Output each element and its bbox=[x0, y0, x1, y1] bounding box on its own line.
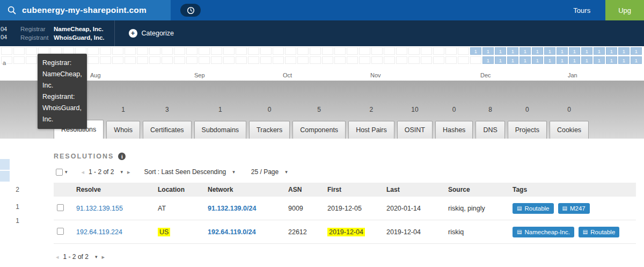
heatmap-cell[interactable] bbox=[13, 56, 25, 64]
footer-prev-icon[interactable]: ◂ bbox=[56, 254, 59, 261]
tab-certificates[interactable]: Certificates bbox=[143, 121, 192, 139]
heatmap-cell[interactable] bbox=[408, 47, 420, 55]
heatmap-cell[interactable] bbox=[458, 47, 469, 55]
footer-pagination-caret-icon[interactable]: ▾ bbox=[95, 254, 98, 259]
heatmap-cell[interactable]: 1 bbox=[581, 56, 592, 64]
tag-button-routable[interactable]: ▤Routable bbox=[513, 203, 554, 214]
heatmap-cell[interactable] bbox=[87, 56, 99, 64]
heatmap-cell[interactable]: 1 bbox=[495, 56, 506, 64]
row-checkbox[interactable] bbox=[57, 228, 64, 235]
heatmap-cell[interactable] bbox=[285, 56, 296, 64]
heatmap-cell[interactable] bbox=[359, 47, 370, 55]
registrar-value[interactable]: NameCheap, Inc. bbox=[54, 25, 104, 33]
registrant-value[interactable]: WhoisGuard, Inc. bbox=[54, 33, 105, 42]
heatmap-cell[interactable]: 1 bbox=[594, 56, 605, 64]
footer-next-icon[interactable]: ▸ bbox=[101, 254, 105, 261]
heatmap-cell[interactable] bbox=[347, 47, 358, 55]
heatmap-cell[interactable] bbox=[433, 56, 444, 64]
heatmap-cell[interactable]: 1 bbox=[544, 47, 555, 55]
prev-page-icon[interactable]: ◂ bbox=[82, 169, 85, 176]
heatmap-cell[interactable] bbox=[408, 56, 420, 64]
row-checkbox[interactable] bbox=[57, 204, 64, 211]
heatmap-cell[interactable] bbox=[100, 47, 111, 55]
tab-cookies[interactable]: Cookies bbox=[550, 121, 589, 139]
heatmap-cell[interactable] bbox=[149, 47, 160, 55]
heatmap-cell[interactable] bbox=[211, 47, 222, 55]
domain-search-input[interactable]: cubenergy-my-sharepoint.com bbox=[0, 0, 171, 20]
heatmap-cell[interactable] bbox=[174, 56, 185, 64]
heatmap-cell[interactable]: 1 bbox=[470, 47, 481, 55]
pagination-text[interactable]: 1 - 2 of 2 bbox=[89, 168, 114, 176]
heatmap-cell[interactable]: 1 bbox=[631, 56, 642, 64]
heatmap-cell[interactable] bbox=[1, 47, 12, 55]
heatmap-cell[interactable]: 1 bbox=[606, 56, 617, 64]
tab-dns[interactable]: DNS bbox=[475, 121, 504, 139]
heatmap-cell[interactable] bbox=[384, 47, 395, 55]
heatmap-cell[interactable] bbox=[137, 47, 148, 55]
heatmap-cell[interactable] bbox=[458, 56, 469, 64]
heatmap-cell[interactable] bbox=[248, 47, 259, 55]
heatmap-cell[interactable] bbox=[334, 47, 346, 55]
categorize-button[interactable]: + Categorize bbox=[115, 20, 188, 46]
heatmap-cell[interactable] bbox=[310, 47, 321, 55]
heatmap-cell[interactable] bbox=[445, 56, 457, 64]
resolve-link[interactable]: 91.132.139.155 bbox=[76, 205, 123, 212]
history-clock-button[interactable] bbox=[180, 4, 201, 17]
heatmap-cell[interactable] bbox=[421, 47, 432, 55]
select-all-caret-icon[interactable]: ▾ bbox=[65, 169, 68, 175]
heatmap-cell[interactable] bbox=[162, 47, 173, 55]
heatmap-cell[interactable]: 1 bbox=[569, 47, 580, 55]
heatmap-cell[interactable] bbox=[186, 56, 197, 64]
tag-button-namecheap-inc[interactable]: ▤Namecheap-Inc. bbox=[513, 227, 574, 237]
tab-subdomains[interactable]: Subdomains bbox=[194, 121, 247, 139]
heatmap-cell[interactable] bbox=[112, 47, 123, 55]
heatmap-cell[interactable]: 1 bbox=[495, 47, 506, 55]
tab-projects[interactable]: Projects bbox=[508, 121, 547, 139]
tab-host-pairs[interactable]: Host Pairs bbox=[348, 121, 394, 139]
heatmap-cell[interactable]: 1 bbox=[482, 47, 494, 55]
tab-components[interactable]: Components bbox=[292, 121, 346, 139]
heatmap-cell[interactable] bbox=[273, 56, 284, 64]
heatmap-cell[interactable] bbox=[186, 47, 197, 55]
heatmap-cell[interactable]: 1 bbox=[606, 47, 617, 55]
heatmap-cell[interactable] bbox=[26, 56, 37, 64]
heatmap-cell[interactable] bbox=[13, 47, 25, 55]
heatmap-cell[interactable]: 1 bbox=[532, 56, 543, 64]
info-icon[interactable]: i bbox=[118, 153, 126, 160]
heatmap-cell[interactable]: 1 bbox=[519, 47, 531, 55]
heatmap-cell[interactable] bbox=[236, 56, 247, 64]
tag-button-m247[interactable]: ▤M247 bbox=[558, 203, 590, 214]
heatmap-cell[interactable] bbox=[223, 47, 235, 55]
heatmap-cell[interactable]: 1 bbox=[631, 47, 642, 55]
heatmap-cell[interactable] bbox=[371, 47, 383, 55]
next-page-icon[interactable]: ▸ bbox=[127, 169, 130, 176]
heatmap-cell[interactable] bbox=[384, 56, 395, 64]
upgrade-button[interactable]: Upg bbox=[605, 0, 644, 20]
heatmap-cell[interactable] bbox=[297, 56, 309, 64]
select-all-checkbox[interactable] bbox=[56, 169, 63, 176]
tag-button-routable[interactable]: ▤Routable bbox=[579, 227, 620, 237]
heatmap-cell[interactable] bbox=[162, 56, 173, 64]
tab-osint[interactable]: OSINT bbox=[397, 121, 433, 139]
heatmap-cell[interactable] bbox=[273, 47, 284, 55]
tab-trackers[interactable]: Trackers bbox=[249, 121, 290, 139]
heatmap-cell[interactable]: 1 bbox=[569, 56, 580, 64]
pagination-caret-icon[interactable]: ▾ bbox=[120, 169, 123, 175]
heatmap-cell[interactable]: 1 bbox=[557, 56, 568, 64]
heatmap-cell[interactable] bbox=[199, 47, 210, 55]
heatmap-cell[interactable]: 1 bbox=[594, 47, 605, 55]
network-link[interactable]: 192.64.119.0/24 bbox=[208, 228, 256, 236]
heatmap-cell[interactable] bbox=[470, 56, 481, 64]
resolve-link[interactable]: 192.64.119.224 bbox=[76, 228, 122, 236]
heatmap-cell[interactable]: 1 bbox=[507, 47, 518, 55]
heatmap-cell[interactable] bbox=[347, 56, 358, 64]
heatmap-cell[interactable]: 1 bbox=[482, 56, 494, 64]
heatmap-cell[interactable] bbox=[359, 56, 370, 64]
heatmap-cell[interactable] bbox=[322, 56, 333, 64]
network-link[interactable]: 91.132.139.0/24 bbox=[208, 205, 256, 212]
heatmap-cell[interactable] bbox=[421, 56, 432, 64]
heatmap-cell[interactable] bbox=[433, 47, 444, 55]
heatmap-cell[interactable] bbox=[236, 47, 247, 55]
heatmap-cell[interactable]: 1 bbox=[544, 56, 555, 64]
heatmap-cell[interactable] bbox=[396, 47, 407, 55]
